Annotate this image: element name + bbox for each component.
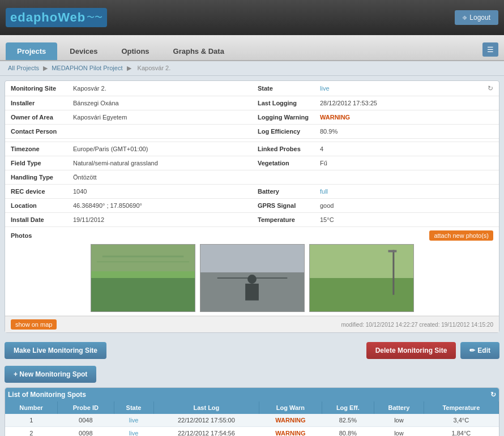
- info-cell-location: Location 46.368490° ; 17.850690°: [5, 199, 252, 212]
- nav-icon-button[interactable]: ☰: [482, 42, 498, 57]
- info-row-handling: Handling Type Öntözött: [5, 170, 499, 185]
- breadcrumb-sep-1: ▶: [43, 65, 49, 71]
- breadcrumb-link-pilot[interactable]: MEDAPHON Pilot Project: [52, 65, 122, 71]
- col-log-eff: Log Eff.: [322, 401, 374, 414]
- photo-1-image: [91, 245, 195, 311]
- breadcrumb: All Projects ▶ MEDAPHON Pilot Project ▶ …: [0, 61, 504, 76]
- cell-temperature: 1,84°C: [424, 427, 498, 437]
- rec-value: 1040: [73, 188, 87, 195]
- table-column-headers: Number Probe ID State Last Log Log Warn …: [5, 401, 499, 414]
- edit-icon: ✏: [469, 347, 475, 354]
- cell-log-warn: WARNING: [259, 427, 322, 437]
- col-temperature: Temperature: [424, 401, 498, 414]
- owner-label: Owner of Area: [11, 114, 73, 121]
- table-row[interactable]: 1 0048 live 22/12/2012 17:55:00 WARNING …: [5, 414, 499, 427]
- info-row-rec: REC device 1040 Battery full: [5, 185, 499, 199]
- tab-projects[interactable]: Projects: [6, 42, 57, 60]
- info-cell-state: State live ↻: [252, 81, 499, 96]
- edit-button[interactable]: ✏ Edit: [460, 342, 499, 359]
- linked-probes-value: 4: [320, 146, 323, 152]
- table-row[interactable]: 2 0098 live 22/12/2012 17:54:56 WARNING …: [5, 427, 499, 437]
- logout-button[interactable]: ⎆ Logout: [455, 10, 498, 25]
- photo-2[interactable]: [200, 244, 305, 312]
- refresh-icon[interactable]: ↻: [488, 84, 493, 92]
- info-row-field: Field Type Natural/semi-natural grasslan…: [5, 156, 499, 170]
- gprs-label: GPRS Signal: [258, 202, 320, 209]
- field-type-label: Field Type: [11, 160, 73, 166]
- svg-rect-13: [388, 250, 396, 253]
- svg-rect-10: [310, 245, 413, 278]
- cell-probe-id: 0048: [58, 414, 114, 427]
- info-cell-log-efficiency: Log Efficiency 80.9%: [252, 125, 499, 138]
- cell-temperature: 3,4°C: [424, 414, 498, 427]
- last-logging-value: 28/12/2012 17:53:25: [320, 100, 377, 106]
- photo-2-image: [200, 245, 304, 311]
- svg-rect-5: [200, 245, 304, 272]
- info-cell-last-logging: Last Logging 28/12/2012 17:53:25: [252, 96, 499, 110]
- timezone-label: Timezone: [11, 146, 73, 152]
- info-cell-contact: Contact Person: [5, 125, 252, 138]
- breadcrumb-sep-2: ▶: [127, 65, 133, 71]
- breadcrumb-link-projects[interactable]: All Projects: [8, 65, 39, 71]
- tab-devices[interactable]: Devices: [58, 42, 109, 60]
- cell-last-log: 22/12/2012 17:55:00: [153, 414, 259, 427]
- cell-state: live: [114, 427, 153, 437]
- install-date-value: 19/11/2012: [73, 216, 104, 223]
- tab-options[interactable]: Options: [110, 42, 160, 60]
- state-value: live: [320, 85, 330, 92]
- col-log-warn: Log Warn: [259, 401, 322, 414]
- handling-label: Handling Type: [11, 174, 73, 181]
- last-logging-label: Last Logging: [258, 100, 320, 106]
- svg-rect-9: [245, 284, 259, 301]
- nav-right: ☰: [482, 42, 498, 57]
- delete-monitoring-button[interactable]: Delete Monitoring Site: [366, 342, 456, 359]
- cell-log-eff: 82.5%: [322, 414, 374, 427]
- panel-footer: show on map modified: 10/12/2012 14:22:2…: [5, 316, 499, 332]
- info-cell-battery: Battery full: [252, 185, 499, 198]
- gprs-value: good: [320, 202, 334, 209]
- new-spot-section: + New Monitoring Spot: [5, 364, 499, 387]
- attach-photos-button[interactable]: attach new photo(s): [429, 230, 493, 241]
- show-map-button[interactable]: show on map: [11, 319, 57, 330]
- col-state: State: [114, 401, 153, 414]
- modified-text: modified: 10/12/2012 14:22:27 created: 1…: [341, 322, 493, 328]
- svg-point-8: [247, 275, 257, 284]
- monitoring-spots-table: List of Monitoring Spots ↻ Number Probe …: [5, 387, 499, 436]
- info-cell-timezone: Timezone Europe/Paris (GMT+01:00): [5, 142, 252, 156]
- cell-battery: low: [374, 414, 424, 427]
- installer-label: Installer: [11, 100, 73, 106]
- install-date-label: Install Date: [11, 216, 73, 223]
- table-refresh-icon[interactable]: ↻: [490, 391, 496, 399]
- table-title: List of Monitoring Spots: [8, 391, 86, 399]
- tab-graphs[interactable]: Graphs & Data: [162, 42, 236, 60]
- battery-label: Battery: [258, 188, 320, 195]
- cell-state: live: [114, 414, 153, 427]
- logging-warning-label: Logging Warning: [258, 114, 320, 121]
- vegetation-label: Vegetation: [258, 160, 320, 166]
- table-header-row: List of Monitoring Spots ↻: [5, 388, 499, 401]
- info-row-owner: Owner of Area Kaposvári Egyetem Logging …: [5, 110, 499, 125]
- location-label: Location: [11, 202, 73, 209]
- rec-label: REC device: [11, 188, 73, 195]
- cell-number: 1: [5, 414, 58, 427]
- make-live-button[interactable]: Make Live Monitoring Site: [5, 342, 106, 359]
- cell-number: 2: [5, 427, 58, 437]
- photo-1[interactable]: [91, 244, 195, 312]
- info-row-install: Install Date 19/11/2012 Temperature 15°C: [5, 213, 499, 227]
- battery-value: full: [320, 188, 328, 195]
- monitoring-site-label: Monitoring Site: [11, 85, 73, 92]
- photos-section: Photos attach new photo(s): [5, 227, 499, 316]
- new-spot-button[interactable]: + New Monitoring Spot: [5, 366, 96, 383]
- location-value: 46.368490° ; 17.850690°: [73, 202, 142, 209]
- col-number: Number: [5, 401, 58, 414]
- info-cell-temperature: Temperature 15°C: [252, 213, 499, 226]
- info-cell-owner: Owner of Area Kaposvári Egyetem: [5, 110, 252, 124]
- state-label: State: [258, 85, 320, 92]
- svg-rect-2: [91, 271, 195, 278]
- info-row-timezone: Timezone Europe/Paris (GMT+01:00) Linked…: [5, 142, 499, 156]
- info-cell-field-type: Field Type Natural/semi-natural grasslan…: [5, 156, 252, 170]
- owner-value: Kaposvári Egyetem: [73, 114, 127, 121]
- photo-3[interactable]: [309, 244, 414, 312]
- info-row-location: Location 46.368490° ; 17.850690° GPRS Si…: [5, 199, 499, 213]
- col-battery: Battery: [374, 401, 424, 414]
